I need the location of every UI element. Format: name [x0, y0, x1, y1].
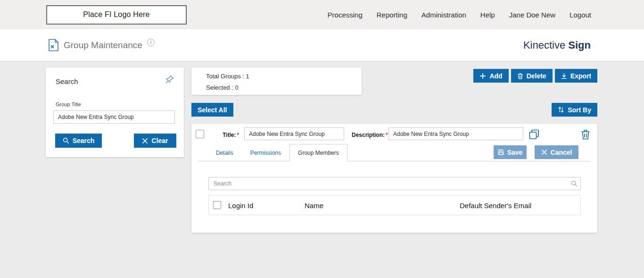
brand-logo: Kinective Sign [523, 39, 591, 51]
document-x-icon [48, 39, 59, 51]
nav-user-jane-doe-new[interactable]: Jane Doe New [509, 11, 555, 19]
editor-tabs: Details Permissions Group Members [207, 144, 347, 161]
nav-processing[interactable]: Processing [328, 11, 363, 19]
top-bar: Place FI Logo Here Processing Reporting … [0, 0, 644, 29]
description-label: Description:* [352, 132, 388, 138]
sort-by-button[interactable]: Sort By [552, 103, 597, 117]
members-table-header: Login Id Name Default Sender's Email [208, 195, 581, 215]
description-input[interactable] [388, 127, 523, 140]
add-button[interactable]: Add [473, 69, 508, 83]
column-header-name: Name [305, 201, 323, 209]
trash-icon [517, 73, 523, 79]
close-icon [142, 138, 148, 144]
group-editor-panel: Title:* Description:* Details Permission… [191, 124, 597, 233]
top-nav: Processing Reporting Administration Help… [328, 11, 591, 19]
selected-count: Selected : 0 [206, 84, 239, 91]
total-groups-count: Total Groups : 1 [206, 73, 249, 80]
nav-logout[interactable]: Logout [570, 11, 591, 19]
pin-icon[interactable] [165, 75, 174, 84]
select-all-members-checkbox[interactable] [213, 201, 221, 209]
plus-icon [479, 73, 486, 79]
nav-administration[interactable]: Administration [421, 11, 466, 19]
copy-icon[interactable] [528, 129, 540, 140]
nav-help[interactable]: Help [480, 11, 495, 19]
column-header-default-senders-email: Default Sender's Email [460, 201, 531, 209]
search-icon [63, 137, 69, 144]
close-icon [541, 149, 547, 155]
search-button[interactable]: Search [55, 134, 102, 148]
group-row-checkbox[interactable] [196, 130, 204, 138]
trash-icon[interactable] [581, 129, 590, 140]
title-label: Title:* [223, 132, 239, 138]
page-title: Group Maintenance [64, 40, 142, 51]
editor-tabs-zone: Details Permissions Group Members Save [198, 144, 591, 161]
column-header-login-id: Login Id [228, 201, 253, 209]
clear-button[interactable]: Clear [134, 134, 176, 148]
brand-name: Kinective [523, 39, 565, 51]
editor-actions: Save Cancel [494, 145, 578, 159]
group-title-label: Group Title [56, 101, 81, 107]
required-marker: * [386, 132, 388, 138]
required-marker: * [237, 132, 239, 138]
group-toolbar: Add Delete Export [473, 69, 597, 83]
search-panel-title: Search [56, 77, 78, 85]
title-input[interactable] [244, 127, 344, 140]
select-all-button[interactable]: Select All [191, 103, 233, 117]
summary-panel: Total Groups : 1 Selected : 0 [191, 67, 362, 95]
tab-permissions[interactable]: Permissions [242, 144, 289, 161]
brand-name-bold: Sign [568, 39, 591, 51]
tab-details[interactable]: Details [207, 144, 242, 161]
download-icon [561, 73, 567, 79]
main-content: Search Group Title Search Clear [0, 61, 644, 278]
info-icon[interactable]: i [147, 39, 155, 46]
fi-logo-text: Place FI Logo Here [83, 10, 149, 19]
sort-arrows-icon [558, 106, 564, 113]
delete-button[interactable]: Delete [511, 69, 553, 83]
tab-group-members[interactable]: Group Members [289, 144, 347, 161]
nav-reporting[interactable]: Reporting [377, 11, 407, 19]
save-icon [498, 149, 504, 155]
fi-logo-placeholder: Place FI Logo Here [46, 5, 187, 25]
cancel-button[interactable]: Cancel [535, 145, 578, 159]
page-header: Group Maintenance i Kinective Sign [0, 29, 644, 61]
export-button[interactable]: Export [555, 69, 597, 83]
save-button[interactable]: Save [494, 145, 527, 159]
search-icon[interactable] [571, 180, 578, 187]
member-search [208, 177, 581, 190]
group-title-input[interactable] [53, 110, 175, 124]
member-search-input[interactable] [208, 177, 581, 190]
search-panel: Search Group Title Search Clear [46, 67, 184, 157]
